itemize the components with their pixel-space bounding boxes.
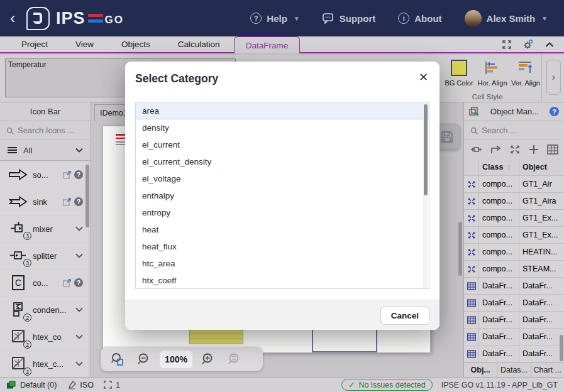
status-bar: Default (0) ISO 1 ✓ No issues detected I… xyxy=(0,377,564,392)
icon-item-condenser[interactable]: 2 conden... xyxy=(0,297,88,323)
fullscreen-icon[interactable] xyxy=(501,39,512,50)
cancel-button[interactable]: Cancel xyxy=(380,307,429,325)
menu-item[interactable]: Objects xyxy=(108,36,164,52)
category-option[interactable]: heat xyxy=(136,221,429,238)
bg-color-button[interactable]: BG Color xyxy=(441,57,477,87)
zoom-in-button[interactable] xyxy=(197,350,219,369)
vertical-align-button[interactable]: Ver. Align xyxy=(508,57,543,87)
category-option[interactable]: density xyxy=(136,119,429,136)
settings-gear-icon[interactable] xyxy=(523,39,534,50)
close-icon[interactable]: ✕ xyxy=(419,70,428,84)
icon-item-controller[interactable]: co... ? xyxy=(0,270,88,296)
about-menu[interactable]: i About xyxy=(398,13,441,24)
sort-ascending-icon[interactable]: ↑ xyxy=(507,163,511,172)
table-row[interactable]: compo... HEATIN... xyxy=(464,244,564,261)
units-selector[interactable]: ISO xyxy=(68,381,94,389)
object-table-scrollbar[interactable] xyxy=(560,335,563,361)
icon-item-sink[interactable]: sink ? xyxy=(0,188,88,215)
table-row[interactable]: compo... GT1_Air xyxy=(464,176,564,193)
component-icon xyxy=(467,231,476,239)
icon-item-source[interactable]: so... ? xyxy=(0,161,88,188)
icon-item-splitter[interactable]: 3 splitter xyxy=(0,242,88,269)
object-search[interactable] xyxy=(464,121,564,140)
back-button[interactable]: ‹ xyxy=(0,9,25,27)
page-indicator[interactable]: 1 xyxy=(104,381,120,389)
panel-tab[interactable]: Obj... xyxy=(464,362,497,377)
ribbon-expand-button[interactable]: › xyxy=(546,60,561,95)
zoom-reset-button[interactable] xyxy=(224,350,245,369)
horizontal-align-button[interactable]: Hor. Align xyxy=(475,57,510,87)
status-badge[interactable]: ✓ No issues detected xyxy=(341,379,433,391)
icon-search-input[interactable] xyxy=(18,126,84,135)
category-option[interactable]: enthalpy xyxy=(136,187,429,204)
table-row[interactable]: DataFr... DataFr... xyxy=(464,346,564,362)
panel-tab[interactable]: Chart ... xyxy=(531,362,564,377)
object-rows: compo... GT1_Air compo... GT1_Aira xyxy=(464,176,564,362)
category-option[interactable]: htx_coeff xyxy=(136,272,429,289)
icon-bar-scrollbar[interactable] xyxy=(86,165,89,227)
chevron-down-icon[interactable] xyxy=(75,334,83,339)
open-external-icon[interactable] xyxy=(63,171,71,179)
port-count-badge: 3 xyxy=(23,232,31,240)
category-option[interactable]: entropy xyxy=(136,204,429,221)
open-external-icon[interactable] xyxy=(63,279,71,287)
help-icon[interactable]: ? xyxy=(74,278,83,287)
add-icon[interactable] xyxy=(529,144,539,155)
chevron-down-icon[interactable] xyxy=(75,361,83,366)
chevron-down-icon[interactable] xyxy=(75,226,83,231)
object-cell: STEAM... xyxy=(519,264,564,273)
chevron-down-icon[interactable] xyxy=(75,253,83,258)
component-icon xyxy=(467,180,476,188)
add-object-icon[interactable] xyxy=(469,107,480,117)
category-option[interactable]: el_voltage xyxy=(136,170,429,187)
tab-dataframe[interactable]: DataFrame xyxy=(234,36,301,53)
category-option[interactable]: htc_area xyxy=(136,255,429,272)
dataframe-grid-icon[interactable] xyxy=(547,144,558,155)
help-icon[interactable]: ? xyxy=(74,170,83,179)
object-search-input[interactable] xyxy=(482,126,558,135)
menu-item[interactable]: Project xyxy=(8,36,62,52)
canvas-vertical-scrollbar[interactable] xyxy=(458,222,462,276)
zoom-to-fit-button[interactable] xyxy=(107,350,128,369)
layer-selector[interactable]: Default (0) xyxy=(6,380,57,389)
table-row[interactable]: compo... GT1_Ex... xyxy=(464,210,564,227)
table-row[interactable]: DataFr... DataFr... xyxy=(464,295,564,312)
icon-item-mixer[interactable]: 3 mixer xyxy=(0,215,88,242)
list-scrollbar-thumb[interactable] xyxy=(424,104,428,195)
zoom-level[interactable]: 100% xyxy=(160,351,192,368)
table-row[interactable]: compo... GT1_Ex... xyxy=(464,227,564,244)
check-icon: ✓ xyxy=(348,380,355,389)
object-table-header[interactable]: Class↑ Object xyxy=(464,159,564,176)
stream-icon[interactable] xyxy=(490,145,501,155)
category-option[interactable]: area xyxy=(136,102,429,119)
object-cell: GT1_Aira xyxy=(519,197,564,205)
connection-icon[interactable] xyxy=(470,145,482,154)
help-icon[interactable]: ? xyxy=(74,197,83,206)
collapse-ribbon-icon[interactable] xyxy=(544,39,555,50)
zoom-out-button[interactable] xyxy=(133,350,155,369)
open-external-icon[interactable] xyxy=(63,198,71,206)
icon-item-htex-co[interactable]: 2 htex_c... xyxy=(0,351,88,377)
category-option[interactable]: el_current xyxy=(136,136,429,153)
table-row[interactable]: DataFr... DataFr... xyxy=(464,312,564,329)
component-icon[interactable] xyxy=(509,144,521,155)
category-option[interactable]: heat_flux xyxy=(136,238,429,255)
help-menu[interactable]: ? Help ▼ xyxy=(250,13,299,24)
table-row[interactable]: compo... GT1_Aira xyxy=(464,193,564,210)
icon-filter-dropdown[interactable]: All xyxy=(0,140,91,161)
table-row[interactable]: compo... STEAM... xyxy=(464,261,564,278)
category-option[interactable]: el_current_density xyxy=(136,153,429,170)
icon-search[interactable] xyxy=(0,121,91,140)
menu-item[interactable]: Calculation xyxy=(164,36,234,52)
support-menu[interactable]: Support xyxy=(323,13,376,24)
help-icon[interactable]: ? xyxy=(550,107,559,116)
icon-item-htex-counter[interactable]: 2 htex_co xyxy=(0,324,88,350)
chevron-down-icon[interactable] xyxy=(75,307,83,312)
table-row[interactable]: DataFr... DataFr... xyxy=(464,278,564,295)
list-scrollbar-track[interactable] xyxy=(423,103,428,289)
user-menu[interactable]: Alex Smith ▼ xyxy=(465,10,548,27)
menu-item[interactable]: View xyxy=(62,36,108,52)
panel-tab[interactable]: Datas... xyxy=(497,362,531,377)
object-cell: DataFr... xyxy=(519,315,564,324)
table-row[interactable]: DataFr... DataFr... xyxy=(464,329,564,346)
